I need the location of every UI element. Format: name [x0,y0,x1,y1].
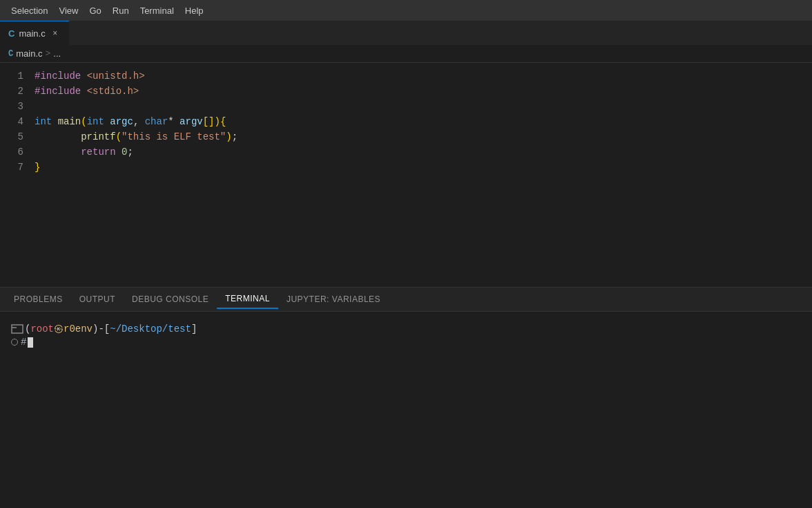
c-file-icon: C [8,28,14,39]
line-content-3 [35,99,40,114]
terminal-cursor [28,337,33,348]
tab-output[interactable]: OUTPUT [71,290,124,308]
breadcrumb-file-icon: C [8,49,13,59]
terminal-path: ~/Desktop/test [110,323,191,335]
panel: PROBLEMS OUTPUT DEBUG CONSOLE TERMINAL J… [0,287,812,508]
menu-terminal[interactable]: Terminal [135,3,180,19]
menu-selection[interactable]: Selection [6,3,53,19]
code-editor: 1 #include <unistd.h> 2 #include <stdio.… [0,63,812,287]
code-line-2: 2 #include <stdio.h> [0,84,812,99]
breadcrumb-filename[interactable]: main.c [16,48,42,59]
tabbar: C main.c × [0,21,812,45]
tab-terminal[interactable]: TERMINAL [217,290,278,309]
menu-run[interactable]: Run [107,3,135,19]
code-line-6: 6 return 0; [0,144,812,160]
code-line-7: 7 } [0,160,812,175]
code-line-4: 4 int main(int argc, char* argv[]){ [0,114,812,129]
line-content-1: #include <unistd.h> [35,68,145,84]
menubar: Selection View Go Run Terminal Help [0,0,812,21]
breadcrumb: C main.c > ... [0,45,812,63]
terminal-content[interactable]: (root㉿r0env)-[~/Desktop/test] # [0,312,812,508]
tab-debug-console[interactable]: DEBUG CONSOLE [124,290,217,308]
tab-close-button[interactable]: × [50,28,61,39]
menu-help[interactable]: Help [180,3,209,19]
terminal-at-symbol: ㉿ [54,323,64,335]
tab-problems[interactable]: PROBLEMS [6,290,71,308]
breadcrumb-ellipsis[interactable]: ... [53,48,61,59]
line-number-6: 6 [0,144,35,160]
code-line-3: 3 [0,99,812,114]
terminal-input-line[interactable]: # [11,337,801,348]
terminal-hash: # [21,337,26,348]
line-number-3: 3 [0,99,35,114]
line-content-2: #include <stdio.h> [35,84,139,99]
line-number-7: 7 [0,160,35,175]
tab-main-c[interactable]: C main.c × [0,21,69,45]
menu-go[interactable]: Go [84,3,106,19]
breadcrumb-sep1: > [46,48,51,59]
line-number-2: 2 [0,84,35,99]
line-content-5: printf("this is ELF test"); [35,129,238,144]
code-area[interactable]: 1 #include <unistd.h> 2 #include <stdio.… [0,63,812,287]
tab-filename: main.c [19,28,45,39]
terminal-box-icon [11,324,23,334]
line-content-7: } [35,160,40,175]
terminal-root-text: root [30,323,54,335]
terminal-prompt-bracket: )-[ [93,323,110,335]
terminal-circle-icon [11,339,18,346]
line-content-6: return 0; [35,144,133,160]
line-content-4: int main(int argc, char* argv[]){ [35,114,226,129]
line-number-4: 4 [0,114,35,129]
terminal-env-text: r0env [64,323,93,335]
code-line-5: 5 printf("this is ELF test"); [0,129,812,144]
terminal-prompt-paren-open: ( [25,323,30,335]
code-line-1: 1 #include <unistd.h> [0,68,812,84]
line-number-1: 1 [0,68,35,84]
terminal-bracket-close: ] [191,323,197,335]
terminal-prompt-line: (root㉿r0env)-[~/Desktop/test] [11,323,801,335]
menu-view[interactable]: View [53,3,84,19]
tab-jupyter-variables[interactable]: JUPYTER: VARIABLES [278,290,389,308]
line-number-5: 5 [0,129,35,144]
panel-tabs: PROBLEMS OUTPUT DEBUG CONSOLE TERMINAL J… [0,288,812,312]
svg-rect-0 [12,325,23,333]
